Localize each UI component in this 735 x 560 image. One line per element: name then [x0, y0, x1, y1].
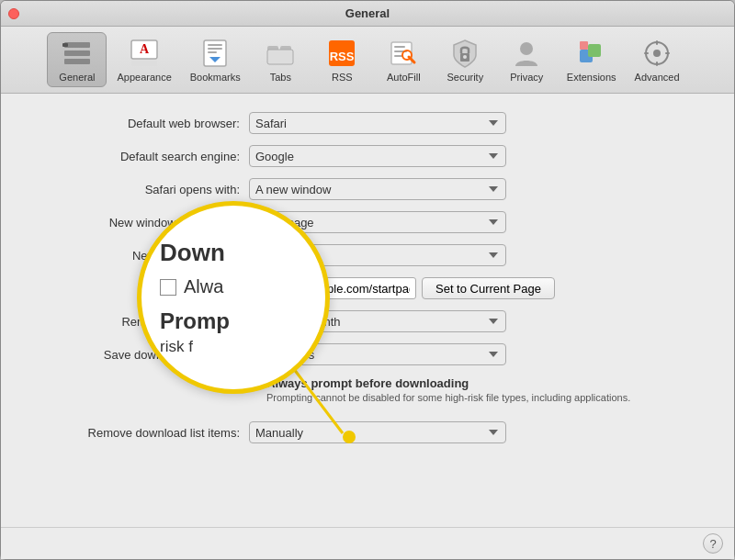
zoom-content: Down Alwa Promp risk f [141, 230, 325, 365]
svg-rect-17 [391, 42, 412, 64]
default-browser-label: Default web browser: [38, 117, 240, 130]
zoom-always-text: Alwa [184, 276, 223, 297]
security-label: Security [447, 72, 483, 83]
window-title: General [19, 6, 716, 20]
rss-label: RSS [332, 72, 353, 83]
titlebar: General [1, 1, 734, 27]
svg-text:A: A [140, 42, 150, 56]
general-label: General [59, 72, 95, 83]
zoom-checkbox-visual [160, 279, 176, 296]
svg-rect-31 [656, 40, 658, 45]
toolbar-item-general[interactable]: General [47, 32, 107, 87]
remove-download-select[interactable]: Manually [249, 421, 506, 443]
always-prompt-row: Always prompt before downloading Prompti… [38, 376, 697, 410]
zoom-risk-text: risk f [160, 338, 193, 356]
svg-rect-34 [665, 52, 670, 54]
set-to-current-page-button[interactable]: Set to Current Page [422, 277, 555, 299]
bookmarks-label: Bookmarks [190, 72, 241, 83]
safari-opens-row: Safari opens with: A new window [38, 178, 697, 200]
svg-rect-3 [62, 43, 68, 47]
zoom-always-row: Alwa [160, 276, 223, 297]
footer: ? [1, 527, 734, 559]
svg-rect-33 [644, 52, 649, 54]
svg-rect-8 [208, 44, 222, 46]
extensions-icon [575, 37, 608, 70]
svg-rect-6 [131, 61, 157, 66]
svg-rect-32 [656, 62, 658, 66]
default-browser-row: Default web browser: Safari [38, 112, 697, 134]
toolbar-item-security[interactable]: Security [435, 32, 495, 87]
tabs-label: Tabs [270, 72, 291, 83]
appearance-icon: A [128, 37, 161, 70]
zoom-downloads-text: Down [160, 239, 225, 267]
svg-rect-1 [64, 50, 90, 56]
new-windows-row: New windows open with: Homepage [38, 211, 697, 233]
save-files-row: Save downloaded files to: Downloads [38, 343, 697, 365]
toolbar-item-bookmarks[interactable]: Bookmarks [182, 32, 249, 87]
privacy-icon [510, 37, 543, 70]
autofill-icon [387, 37, 420, 70]
default-search-select[interactable]: Google [249, 145, 506, 167]
rss-icon: RSS [325, 37, 358, 70]
remove-download-control: Manually [249, 421, 506, 443]
svg-text:RSS: RSS [330, 50, 355, 63]
default-search-label: Default search engine: [38, 150, 240, 163]
toolbar-item-autofill[interactable]: AutoFill [374, 32, 434, 87]
privacy-label: Privacy [510, 72, 543, 83]
safari-opens-select[interactable]: A new window [249, 178, 506, 200]
tabs-icon [264, 37, 297, 70]
appearance-label: Appearance [117, 72, 171, 83]
always-prompt-checkbox-row: Always prompt before downloading Prompti… [249, 376, 630, 403]
default-browser-select[interactable]: Safari [249, 112, 506, 134]
svg-rect-27 [588, 44, 601, 57]
settings-content: Default web browser: Safari Default sear… [1, 94, 734, 527]
security-icon [448, 37, 481, 70]
toolbar-item-advanced[interactable]: Advanced [627, 32, 688, 87]
svg-rect-2 [64, 59, 90, 64]
remove-download-row: Remove download list items: Manually [38, 421, 697, 443]
svg-rect-9 [208, 48, 222, 50]
svg-rect-10 [208, 51, 217, 53]
remove-history-row: Remove history items: After one month [38, 310, 697, 332]
advanced-label: Advanced [635, 72, 680, 83]
svg-point-24 [463, 55, 467, 59]
advanced-icon [640, 37, 673, 70]
autofill-label: AutoFill [387, 72, 421, 83]
svg-rect-28 [580, 41, 588, 50]
default-search-control: Google [249, 145, 506, 167]
general-icon [61, 37, 94, 70]
toolbar-item-rss[interactable]: RSS RSS [312, 32, 372, 87]
svg-point-30 [653, 50, 661, 57]
window: General General A [0, 0, 735, 560]
default-browser-control: Safari [249, 112, 506, 134]
help-button[interactable]: ? [703, 533, 723, 554]
safari-opens-label: Safari opens with: [38, 183, 240, 196]
new-tabs-row: New tabs open with: Top Sites [38, 244, 697, 266]
svg-rect-14 [267, 50, 293, 64]
svg-rect-18 [394, 46, 405, 48]
toolbar-item-extensions[interactable]: Extensions [559, 32, 625, 87]
toolbar-item-tabs[interactable]: Tabs [251, 32, 311, 87]
zoom-prompt-text: Promp [160, 308, 230, 334]
svg-point-25 [520, 42, 533, 55]
always-prompt-desc: Prompting cannot be disabled for some hi… [266, 392, 630, 403]
bookmarks-icon [198, 37, 232, 70]
default-search-row: Default search engine: Google [38, 145, 697, 167]
always-prompt-label: Always prompt before downloading [266, 376, 630, 390]
close-button[interactable] [8, 8, 19, 19]
always-prompt-content: Always prompt before downloading Prompti… [266, 376, 630, 403]
safari-opens-control: A new window [249, 178, 506, 200]
zoom-arrow-dot [343, 431, 356, 443]
svg-rect-0 [64, 42, 90, 48]
toolbar-item-appearance[interactable]: A Appearance [108, 32, 179, 87]
extensions-label: Extensions [567, 72, 616, 83]
remove-download-label: Remove download list items: [38, 426, 240, 440]
toolbar: General A Appearance [1, 27, 734, 94]
toolbar-item-privacy[interactable]: Privacy [497, 32, 557, 87]
zoom-overlay: Down Alwa Promp risk f [137, 201, 330, 394]
